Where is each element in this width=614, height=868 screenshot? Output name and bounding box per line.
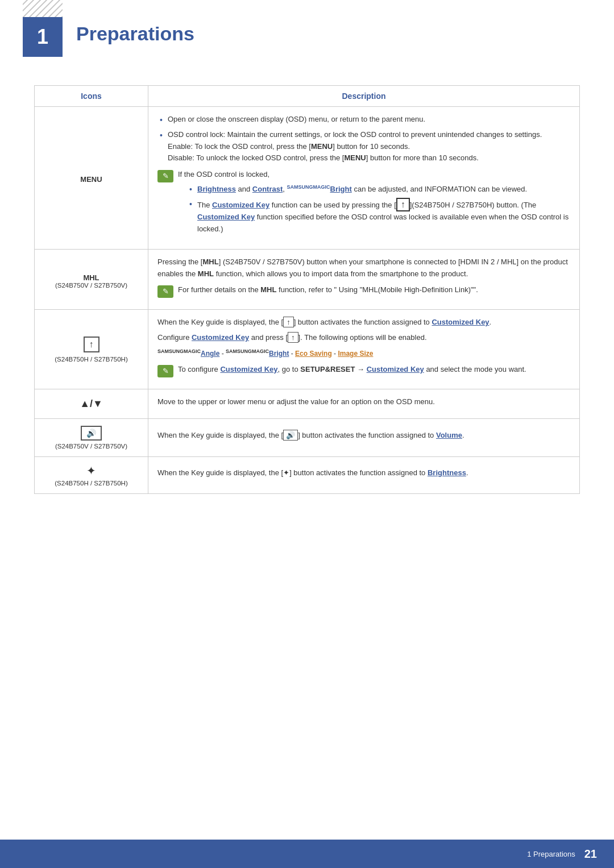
desc-cell-menu: Open or close the onscreen display (OSD)… <box>148 107 580 250</box>
note-text-mhl: For further details on the MHL function,… <box>178 284 570 296</box>
brightness-icon: ✦ <box>44 464 139 477</box>
footer-section-label: 1 Preparations <box>527 850 575 858</box>
menu-icon-label: MENU <box>44 175 139 184</box>
icon-cell-volume: 🔊 (S24B750V / S27B750V) <box>35 418 148 456</box>
table-row: MENU Open or close the onscreen display … <box>35 107 580 250</box>
note-icon <box>157 365 173 377</box>
desc-cell-updown: Move to the upper or lower menu or adjus… <box>148 389 580 419</box>
table-row: 🔊 (S24B750V / S27B750V) When the Key gui… <box>35 418 580 456</box>
footer-page-number: 21 <box>584 848 597 861</box>
updown-desc: Move to the upper or lower menu or adjus… <box>157 396 570 408</box>
menu-bullet-list: Open or close the onscreen display (OSD)… <box>157 114 570 164</box>
list-item: OSD control lock: Maintain the current s… <box>157 129 570 164</box>
mhl-icon-label: MHL <box>44 273 139 282</box>
arrow-up-icon: ↑ <box>396 198 410 211</box>
col-header-icons: Icons <box>35 86 148 107</box>
mhl-desc: Pressing the [MHL] (S24B750V / S27B750V)… <box>157 256 570 280</box>
list-item: Open or close the onscreen display (OSD)… <box>157 114 570 126</box>
table-row: MHL (S24B750V / S27B750V) Pressing the [… <box>35 249 580 310</box>
volume-sublabel: (S24B750V / S27B750V) <box>44 443 139 450</box>
icon-cell-customized: ↑ (S24B750H / S27B750H) <box>35 310 148 389</box>
list-item: The Customized Key function can be used … <box>187 198 570 235</box>
updown-icon: ▲/▼ <box>80 398 103 409</box>
icon-cell-brightness: ✦ (S24B750H / S27B750H) <box>35 456 148 493</box>
icon-cell-menu: MENU <box>35 107 148 250</box>
table-row: ▲/▼ Move to the upper or lower menu or a… <box>35 389 580 419</box>
col-header-description: Description <box>148 86 580 107</box>
main-content: Icons Description MENU Open or close the… <box>0 68 614 528</box>
page-title: Preparations <box>76 17 194 45</box>
mhl-sublabel: (S24B750V / S27B750V) <box>44 282 139 289</box>
table-row: ↑ (S24B750H / S27B750H) When the Key gui… <box>35 310 580 389</box>
desc-cell-brightness: When the Key guide is displayed, the [✦]… <box>148 456 580 493</box>
note-box-mhl: For further details on the MHL function,… <box>157 284 570 298</box>
volume-desc: When the Key guide is displayed, the [🔊]… <box>157 430 570 442</box>
note-box-customized: To configure Customized Key, go to SETUP… <box>157 364 570 377</box>
customized-desc2: Configure Customized Key and press [↑]. … <box>157 332 570 344</box>
desc-cell-customized: When the Key guide is displayed, the [↑]… <box>148 310 580 389</box>
table-row: ✦ (S24B750H / S27B750H) When the Key gui… <box>35 456 580 493</box>
chapter-number: 1 <box>23 17 63 57</box>
note-icon <box>157 170 173 182</box>
brightness-desc: When the Key guide is displayed, the [✦]… <box>157 467 570 479</box>
sub-bullet-list: Brightness and Contrast, SAMSUNGMAGICBri… <box>187 183 570 235</box>
note-icon <box>157 285 173 298</box>
desc-cell-volume: When the Key guide is displayed, the [🔊]… <box>148 418 580 456</box>
page-header: 1 Preparations <box>0 0 614 68</box>
info-table: Icons Description MENU Open or close the… <box>34 85 580 494</box>
customized-desc1: When the Key guide is displayed, the [↑]… <box>157 317 570 329</box>
desc-cell-mhl: Pressing the [MHL] (S24B750V / S27B750V)… <box>148 249 580 310</box>
icon-cell-updown: ▲/▼ <box>35 389 148 419</box>
note-text-customized: To configure Customized Key, go to SETUP… <box>178 364 570 376</box>
brightness-sublabel: (S24B750H / S27B750H) <box>44 480 139 487</box>
icon-cell-mhl: MHL (S24B750V / S27B750V) <box>35 249 148 310</box>
page-footer: 1 Preparations 21 <box>0 840 614 868</box>
arrow-up-box-icon: ↑ <box>84 337 99 352</box>
note-text: If the OSD control is locked, Brightness… <box>178 169 570 238</box>
note-box-menu: If the OSD control is locked, Brightness… <box>157 169 570 238</box>
customized-sublabel: (S24B750H / S27B750H) <box>44 356 139 363</box>
volume-icon: 🔊 <box>81 426 102 441</box>
list-item: Brightness and Contrast, SAMSUNGMAGICBri… <box>187 183 570 196</box>
options-line: SAMSUNGMAGICAngle - SAMSUNGMAGICBright -… <box>157 347 570 359</box>
